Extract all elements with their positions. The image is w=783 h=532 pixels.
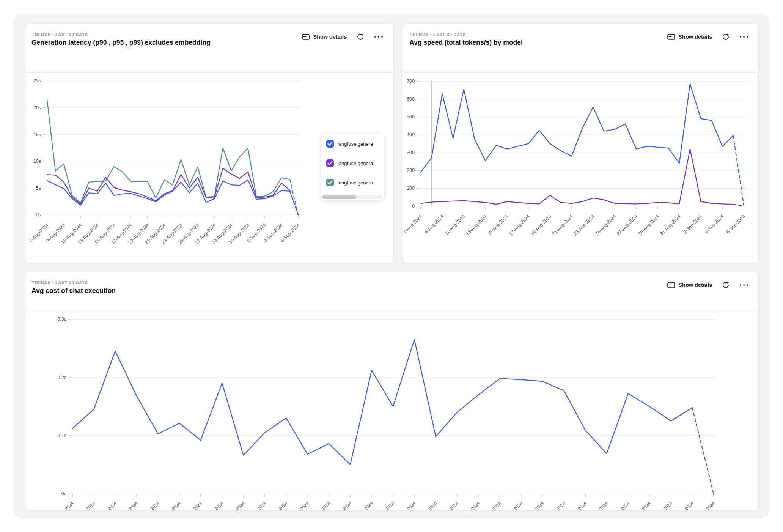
legend-label: langfuse genera: [338, 141, 380, 147]
svg-text:6-Sep-2024: 6-Sep-2024: [695, 501, 716, 510]
svg-text:300: 300: [407, 150, 415, 155]
legend-label: langfuse genera: [338, 180, 380, 186]
svg-text:12-Aug-2024: 12-Aug-2024: [159, 501, 182, 510]
svg-text:2-Sep-2024: 2-Sep-2024: [682, 214, 703, 235]
svg-text:15-Aug-2024: 15-Aug-2024: [486, 214, 509, 236]
svg-text:4-Sep-2024: 4-Sep-2024: [652, 501, 673, 510]
svg-text:7-Aug-2024: 7-Aug-2024: [403, 214, 423, 235]
svg-text:0: 0: [412, 203, 415, 209]
checkbox-checked-icon[interactable]: [326, 140, 334, 148]
svg-text:28-Aug-2024: 28-Aug-2024: [501, 501, 524, 510]
legend-item-p99[interactable]: langfuse genera: [326, 179, 380, 186]
svg-text:16-Aug-2024: 16-Aug-2024: [245, 501, 267, 510]
legend-item-p90[interactable]: langfuse genera: [326, 140, 380, 148]
svg-text:100: 100: [407, 186, 415, 191]
svg-text:0.1c: 0.1c: [57, 433, 66, 438]
dashboard-surface: TRENDS • LAST 30 DAYS Generation latency…: [14, 14, 769, 518]
svg-text:17-Aug-2024: 17-Aug-2024: [508, 214, 531, 236]
svg-text:6-Sep-2024: 6-Sep-2024: [725, 214, 746, 235]
legend-item-p95[interactable]: langfuse genera: [326, 159, 380, 167]
svg-text:2-Sep-2024: 2-Sep-2024: [610, 501, 630, 510]
svg-text:20s: 20s: [33, 105, 41, 110]
svg-text:5-Sep-2024: 5-Sep-2024: [674, 501, 695, 510]
svg-text:700: 700: [407, 79, 415, 84]
svg-text:4-Sep-2024: 4-Sep-2024: [704, 214, 725, 235]
checkbox-checked-icon[interactable]: [326, 159, 334, 167]
svg-text:11-Aug-2024: 11-Aug-2024: [443, 214, 466, 236]
svg-text:9-Aug-2024: 9-Aug-2024: [424, 214, 445, 235]
legend-scrollbar-thumb[interactable]: [322, 195, 356, 199]
svg-text:8-Aug-2024: 8-Aug-2024: [75, 501, 96, 510]
svg-text:18-Aug-2024: 18-Aug-2024: [288, 501, 310, 510]
svg-text:19-Aug-2024: 19-Aug-2024: [309, 501, 331, 510]
svg-text:25s: 25s: [33, 78, 41, 83]
svg-text:21-Aug-2024: 21-Aug-2024: [551, 214, 574, 236]
svg-text:25-Aug-2024: 25-Aug-2024: [594, 214, 617, 236]
svg-text:0c: 0c: [61, 491, 66, 496]
svg-text:30-Aug-2024: 30-Aug-2024: [544, 501, 566, 510]
svg-text:10-Aug-2024: 10-Aug-2024: [116, 501, 139, 510]
svg-text:27-Aug-2024: 27-Aug-2024: [480, 501, 502, 510]
svg-text:22-Aug-2024: 22-Aug-2024: [373, 501, 395, 510]
card-avg-cost: TRENDS • LAST 30 DAYS Avg cost of chat e…: [25, 272, 759, 511]
svg-text:13-Aug-2024: 13-Aug-2024: [181, 501, 203, 510]
svg-text:7-Aug-2024: 7-Aug-2024: [54, 501, 75, 510]
svg-text:27-Aug-2024: 27-Aug-2024: [616, 214, 638, 236]
checkbox-checked-icon[interactable]: [326, 179, 334, 186]
svg-text:29-Aug-2024: 29-Aug-2024: [522, 501, 545, 510]
svg-text:0.3c: 0.3c: [57, 316, 66, 322]
legend-scrollbar-track: [322, 195, 383, 199]
svg-text:600: 600: [407, 96, 415, 102]
svg-text:26-Aug-2024: 26-Aug-2024: [458, 501, 481, 510]
svg-text:20-Aug-2024: 20-Aug-2024: [330, 501, 352, 510]
svg-text:14-Aug-2024: 14-Aug-2024: [202, 501, 224, 510]
svg-text:31-Aug-2024: 31-Aug-2024: [659, 214, 682, 236]
speed-chart[interactable]: 70060050040030020010007-Aug-20249-Aug-20…: [403, 24, 758, 263]
svg-text:17-Aug-2024: 17-Aug-2024: [266, 501, 288, 510]
svg-text:9-Aug-2024: 9-Aug-2024: [97, 501, 118, 510]
legend: langfuse genera langfuse genera langfuse…: [321, 134, 384, 200]
svg-text:400: 400: [407, 132, 415, 137]
card-avg-speed: TRENDS • LAST 30 DAYS Avg speed (total t…: [403, 24, 759, 264]
svg-text:31-Aug-2024: 31-Aug-2024: [565, 501, 588, 510]
svg-text:0s: 0s: [36, 212, 41, 217]
svg-text:5s: 5s: [36, 186, 41, 191]
svg-text:23-Aug-2024: 23-Aug-2024: [572, 214, 595, 236]
svg-text:0.2c: 0.2c: [57, 375, 66, 380]
svg-text:3-Sep-2024: 3-Sep-2024: [631, 501, 652, 510]
svg-text:10s: 10s: [33, 159, 41, 164]
cost-chart[interactable]: 0.3c0.2c0.1c0c7-Aug-20248-Aug-20249-Aug-…: [25, 272, 758, 510]
svg-text:25-Aug-2024: 25-Aug-2024: [437, 501, 459, 510]
svg-text:13-Aug-2024: 13-Aug-2024: [465, 214, 487, 236]
svg-text:23-Aug-2024: 23-Aug-2024: [394, 501, 417, 510]
card-generation-latency: TRENDS • LAST 30 DAYS Generation latency…: [25, 24, 393, 264]
svg-text:15s: 15s: [33, 132, 41, 137]
svg-text:200: 200: [407, 168, 415, 173]
svg-text:11-Aug-2024: 11-Aug-2024: [138, 501, 160, 510]
svg-text:500: 500: [407, 114, 415, 120]
legend-label: langfuse genera: [338, 161, 380, 166]
svg-text:21-Aug-2024: 21-Aug-2024: [352, 501, 374, 510]
svg-text:1-Sep-2024: 1-Sep-2024: [588, 501, 609, 510]
svg-text:15-Aug-2024: 15-Aug-2024: [223, 501, 246, 510]
svg-text:19-Aug-2024: 19-Aug-2024: [530, 214, 552, 236]
svg-text:24-Aug-2024: 24-Aug-2024: [416, 501, 438, 510]
svg-text:29-Aug-2024: 29-Aug-2024: [637, 214, 660, 236]
